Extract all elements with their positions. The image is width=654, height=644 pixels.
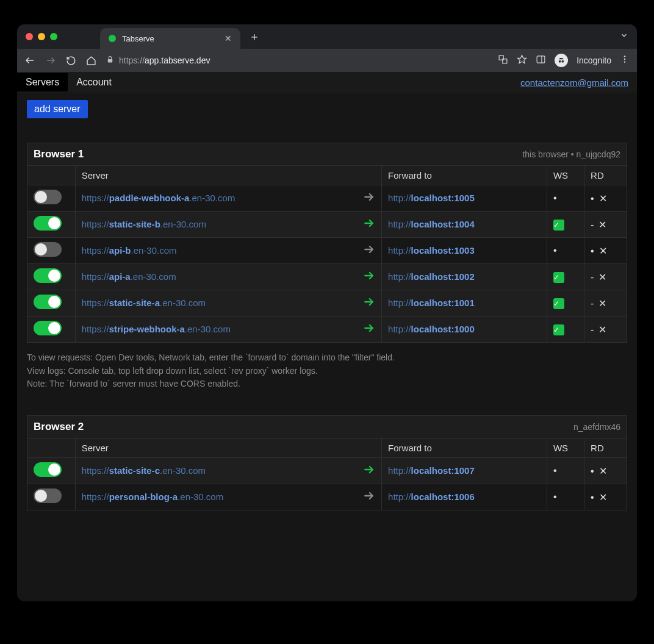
favicon-icon [109, 35, 116, 42]
forward-url[interactable]: http://localhost:1004 [388, 219, 475, 229]
note-line: Note: The `forward to` server must have … [27, 377, 627, 391]
delete-icon[interactable]: ✕ [598, 272, 606, 282]
maximize-window-icon[interactable] [50, 33, 57, 40]
server-url[interactable]: https://personal-blog-a.en-30.com [82, 492, 224, 503]
forward-url[interactable]: http://localhost:1001 [388, 298, 475, 308]
browser-title: Browser 2 [34, 421, 84, 433]
server-url[interactable]: https://static-site-c.en-30.com [82, 465, 206, 476]
forward-button[interactable] [45, 55, 56, 66]
ws-check-icon: ✓ [553, 272, 564, 283]
rd-cell: •✕ [584, 238, 627, 264]
incognito-icon [555, 54, 568, 67]
col-forward: Forward to [382, 438, 547, 458]
col-rd: RD [584, 438, 627, 458]
enable-toggle[interactable] [34, 295, 62, 309]
browser-meta: n_aefdmx46 [573, 422, 620, 432]
url-host: app.tabserve.dev [145, 55, 210, 65]
reload-button[interactable] [66, 55, 76, 66]
back-button[interactable] [24, 55, 35, 66]
incognito-label: Incognito [577, 55, 611, 65]
ws-cell: • [547, 458, 584, 484]
forward-url[interactable]: http://localhost:1007 [388, 465, 475, 476]
server-url[interactable]: https://paddle-webhook-a.en-30.com [82, 193, 235, 204]
tab-overflow-button[interactable] [620, 31, 628, 42]
url-prefix: https:// [119, 55, 145, 65]
nav-servers[interactable]: Servers [17, 73, 68, 91]
col-forward: Forward to [382, 166, 547, 185]
nav-account[interactable]: Account [68, 73, 120, 91]
enable-toggle[interactable] [34, 462, 62, 477]
delete-icon[interactable]: ✕ [598, 298, 606, 309]
enable-toggle[interactable] [34, 190, 62, 204]
server-url[interactable]: https://static-site-a.en-30.com [82, 298, 206, 309]
rd-status: • [591, 193, 594, 204]
svg-point-10 [624, 55, 625, 57]
translate-icon[interactable] [498, 54, 508, 67]
ws-cell: ✓ [547, 290, 584, 317]
server-url[interactable]: https://api-b.en-30.com [82, 245, 177, 256]
servers-table: ServerForward toWSRDhttps://static-site-… [27, 438, 627, 510]
delete-icon[interactable]: ✕ [598, 324, 606, 335]
enable-toggle[interactable] [34, 488, 62, 503]
server-url[interactable]: https://api-a.en-30.com [82, 271, 176, 282]
arrow-icon [363, 296, 375, 311]
forward-url[interactable]: http://localhost:1002 [388, 271, 475, 282]
rd-cell: -✕ [584, 264, 627, 290]
arrow-icon [363, 270, 375, 285]
delete-icon[interactable]: ✕ [598, 220, 606, 230]
top-nav: Servers Account contactenzom@gmail.com [17, 72, 637, 93]
rd-cell: -✕ [584, 212, 627, 238]
enable-toggle[interactable] [34, 268, 62, 283]
traffic-lights [26, 33, 57, 40]
server-url[interactable]: https://static-site-b.en-30.com [82, 219, 206, 230]
forward-url[interactable]: http://localhost:1006 [388, 492, 475, 502]
server-url[interactable]: https://stripe-webhook-a.en-30.com [82, 324, 231, 335]
browser-block: Browser 1this browser • n_ujgcdq92Server… [27, 143, 627, 343]
server-row: https://personal-blog-a.en-30.comhttp://… [27, 484, 627, 510]
forward-url[interactable]: http://localhost:1005 [388, 193, 475, 203]
rd-status: - [591, 324, 594, 335]
col-ws: WS [547, 166, 584, 185]
ws-dot-icon: • [553, 245, 557, 256]
forward-url[interactable]: http://localhost:1000 [388, 324, 475, 334]
ws-dot-icon: • [553, 193, 557, 203]
server-row: https://paddle-webhook-a.en-30.comhttp:/… [27, 185, 627, 212]
enable-toggle[interactable] [34, 321, 62, 335]
arrow-icon [363, 217, 375, 232]
server-row: https://api-a.en-30.comhttp://localhost:… [27, 264, 627, 290]
minimize-window-icon[interactable] [38, 33, 45, 40]
ws-dot-icon: • [553, 492, 557, 502]
enable-toggle[interactable] [34, 242, 62, 257]
rd-cell: •✕ [584, 458, 627, 484]
delete-icon[interactable]: ✕ [599, 492, 607, 503]
rd-cell: •✕ [584, 484, 627, 510]
servers-table: ServerForward toWSRDhttps://paddle-webho… [27, 165, 627, 343]
home-button[interactable] [86, 55, 96, 66]
delete-icon[interactable]: ✕ [599, 193, 607, 204]
bookmark-icon[interactable] [517, 54, 527, 67]
ws-check-icon: ✓ [553, 298, 564, 309]
add-server-button[interactable]: add server [27, 100, 88, 118]
col-server: Server [75, 166, 381, 185]
ws-check-icon: ✓ [553, 324, 564, 335]
sidepanel-icon[interactable] [536, 54, 546, 67]
server-row: https://stripe-webhook-a.en-30.comhttp:/… [27, 317, 627, 343]
svg-marker-5 [518, 55, 526, 63]
rd-status: - [591, 220, 594, 230]
forward-url[interactable]: http://localhost:1003 [388, 245, 475, 256]
browser-tab[interactable]: Tabserve ✕ [100, 28, 240, 49]
note-line: To view requests: Open Dev tools, Networ… [27, 351, 627, 365]
url-field[interactable]: https://app.tabserve.dev [106, 55, 488, 65]
delete-icon[interactable]: ✕ [599, 466, 607, 476]
rd-cell: •✕ [584, 185, 627, 212]
col-server: Server [75, 438, 381, 458]
close-window-icon[interactable] [26, 33, 33, 40]
close-tab-icon[interactable]: ✕ [225, 34, 232, 43]
col-toggle [27, 166, 76, 185]
kebab-menu-icon[interactable] [620, 54, 630, 66]
enable-toggle[interactable] [34, 216, 62, 231]
new-tab-button[interactable]: ＋ [249, 29, 260, 44]
help-notes: To view requests: Open Dev tools, Networ… [27, 351, 627, 391]
delete-icon[interactable]: ✕ [599, 246, 607, 256]
account-email-link[interactable]: contactenzom@gmail.com [520, 77, 628, 88]
